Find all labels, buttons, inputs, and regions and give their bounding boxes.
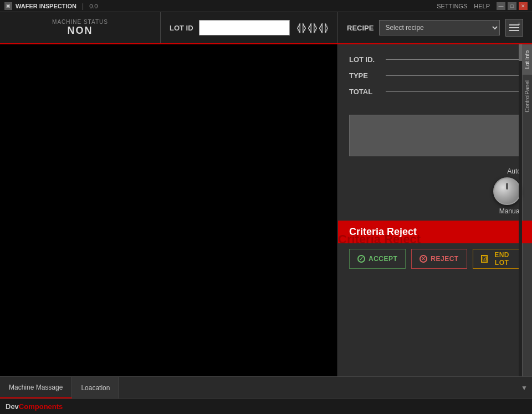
- title-bar-right: SETTINGS HELP — □ ✕: [437, 2, 528, 10]
- lot-info-panel: LOT ID. TYPE TOTAL: [338, 44, 532, 109]
- app-version: 0.0: [89, 3, 98, 9]
- app-icon: ▣: [4, 2, 12, 10]
- minimize-button[interactable]: —: [497, 2, 505, 10]
- recipe-select[interactable]: Select recipe: [379, 20, 500, 35]
- lot-id-input[interactable]: [199, 20, 290, 35]
- title-bar: ▣ WAFER INSPECTION | 0.0 SETTINGS HELP —…: [0, 0, 532, 12]
- knob-container: [493, 177, 521, 205]
- scrollbar-thumb: [519, 44, 522, 61]
- lot-id-section: LOT ID ⦉⦊⦉⦊⦉⦊: [161, 12, 338, 43]
- recipe-menu-button[interactable]: ≡: [505, 19, 523, 37]
- main-area: Lot Info ControlPanel LOT ID. TYPE TOTAL: [0, 44, 532, 376]
- criteria-reject-ghost: Criteria Reject: [338, 232, 421, 243]
- total-field-value: [386, 91, 521, 92]
- type-field-row: TYPE: [349, 71, 521, 80]
- title-bar-left: ▣ WAFER INSPECTION | 0.0: [4, 2, 98, 10]
- window-controls: — □ ✕: [497, 2, 528, 10]
- type-field-value: [386, 75, 521, 76]
- end-lot-icon: ☑: [481, 255, 488, 263]
- total-field-label: TOTAL: [349, 88, 382, 96]
- machine-status-section: MACHINE STATUS NON: [0, 12, 161, 43]
- footer-components-text: Components: [19, 402, 63, 411]
- right-panel: Lot Info ControlPanel LOT ID. TYPE TOTAL: [338, 44, 532, 376]
- close-button[interactable]: ✕: [519, 2, 528, 10]
- right-scrollbar[interactable]: [519, 44, 522, 376]
- lot-id-label: LOT ID: [170, 24, 193, 32]
- image-box: [349, 115, 521, 156]
- lot-info-tab[interactable]: Lot Info: [523, 44, 532, 74]
- side-tabs: Lot Info ControlPanel: [522, 44, 532, 376]
- reject-icon: ✕: [420, 255, 427, 263]
- control-section: Auto Manual: [349, 167, 521, 215]
- title-separator: |: [82, 2, 84, 10]
- type-field-label: TYPE: [349, 71, 382, 80]
- barcode-icon: ⦉⦊⦉⦊⦉⦊: [295, 20, 329, 35]
- lot-id-field-value: [386, 59, 521, 60]
- end-lot-button[interactable]: ☑ END LOT: [473, 249, 521, 269]
- lot-id-field-row: LOT ID.: [349, 55, 521, 64]
- machine-massage-tab[interactable]: Machine Massage: [0, 377, 72, 398]
- footer-dev-text: Dev: [6, 402, 19, 411]
- recipe-section: RECIPE Select recipe ≡: [338, 12, 532, 43]
- settings-menu[interactable]: SETTINGS: [437, 3, 467, 9]
- inspection-view: [0, 44, 338, 376]
- manual-label: Manual: [499, 207, 521, 215]
- auto-manual-knob[interactable]: [493, 177, 521, 205]
- help-menu[interactable]: HELP: [474, 3, 490, 9]
- lot-id-field-label: LOT ID.: [349, 55, 382, 64]
- recipe-label: RECIPE: [347, 24, 374, 32]
- maximize-button[interactable]: □: [508, 2, 516, 10]
- header-bar: MACHINE STATUS NON LOT ID ⦉⦊⦉⦊⦉⦊ RECIPE …: [0, 12, 532, 44]
- footer: DevComponents: [0, 398, 532, 414]
- machine-status-label: MACHINE STATUS: [52, 19, 108, 25]
- bottom-buttons: ✓ ACCEPT ✕ REJECT ☑ END LOT: [338, 243, 532, 274]
- machine-status-value: NON: [68, 25, 93, 37]
- loacation-tab[interactable]: Loacation: [72, 377, 119, 398]
- bottom-tabs-area: Machine Massage Loacation ▼: [0, 376, 532, 398]
- reject-button[interactable]: ✕ REJECT: [411, 249, 467, 269]
- total-field-row: TOTAL: [349, 88, 521, 96]
- criteria-reject-banner: Criteria Reject Criteria Reject: [338, 221, 532, 243]
- footer-brand: DevComponents: [6, 402, 63, 411]
- accept-icon: ✓: [357, 255, 365, 263]
- accept-button[interactable]: ✓ ACCEPT: [349, 249, 406, 269]
- control-panel-tab[interactable]: ControlPanel: [523, 74, 532, 118]
- app-title: WAFER INSPECTION: [16, 3, 76, 9]
- expand-button[interactable]: ▼: [516, 377, 532, 398]
